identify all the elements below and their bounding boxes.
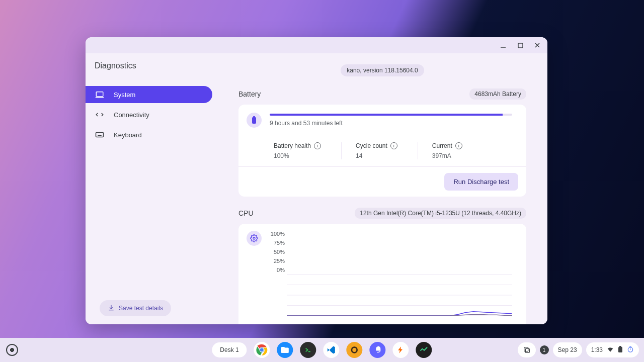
version-chip: kano, version 118.15604.0 — [341, 64, 424, 76]
battery-time-left: 9 hours and 53 minutes left — [270, 120, 512, 127]
current-value: 397mA — [432, 152, 462, 159]
cpu-chart: 100% 75% 50% 25% 0% — [270, 231, 512, 319]
terminal-icon[interactable] — [300, 342, 316, 358]
sidebar-item-connectivity[interactable]: Connectivity — [86, 106, 212, 123]
sidebar-item-keyboard[interactable]: Keyboard — [86, 126, 212, 143]
tray-date: Sep 23 — [558, 346, 577, 353]
app-icon-5[interactable] — [347, 342, 363, 358]
battery-section-header: Battery 4683mAh Battery — [238, 88, 526, 100]
svg-rect-6 — [96, 133, 104, 137]
laptop-icon — [95, 89, 105, 100]
svg-rect-31 — [619, 346, 621, 347]
svg-point-15 — [253, 237, 255, 239]
svg-rect-29 — [525, 348, 529, 352]
files-icon[interactable] — [277, 342, 293, 358]
cycle-count-label: Cycle count — [356, 142, 387, 149]
tray-status-button[interactable]: 1:33 — [586, 342, 639, 357]
cpu-icon — [247, 231, 262, 246]
app-icon-8[interactable] — [416, 342, 432, 358]
run-discharge-test-button[interactable]: Run Discharge test — [444, 173, 518, 191]
connectivity-icon — [95, 110, 105, 120]
svg-point-27 — [353, 348, 357, 352]
diagnostics-window: Diagnostics System Connectivity Keyboard — [86, 37, 547, 324]
info-icon[interactable]: i — [314, 142, 321, 149]
shelf-apps: Desk 1 — [212, 342, 432, 358]
sidebar-item-label: Keyboard — [114, 131, 142, 139]
y-tick: 25% — [270, 258, 285, 264]
battery-health-label: Battery health — [274, 142, 311, 149]
battery-capacity-chip: 4683mAh Battery — [469, 88, 526, 100]
sidebar: Diagnostics System Connectivity Keyboard — [86, 53, 217, 324]
cpu-section-header: CPU 12th Gen Intel(R) Core(TM) i5-1235U … — [238, 208, 526, 219]
svg-rect-14 — [253, 116, 255, 118]
svg-point-32 — [628, 347, 632, 351]
save-button-label: Save test details — [119, 305, 163, 312]
y-tick: 75% — [270, 240, 285, 246]
sidebar-item-system[interactable]: System — [86, 86, 212, 103]
save-test-details-button[interactable]: Save test details — [100, 300, 171, 316]
notification-badge[interactable]: 1 — [540, 345, 549, 354]
tray-date-button[interactable]: Sep 23 — [553, 342, 582, 357]
cpu-section-title: CPU — [238, 209, 254, 217]
svg-rect-30 — [618, 347, 622, 352]
svg-rect-13 — [252, 117, 256, 124]
svg-rect-1 — [518, 43, 523, 48]
keyboard-icon — [95, 130, 105, 140]
y-tick: 100% — [270, 231, 285, 237]
main-content: kano, version 118.15604.0 Battery 4683mA… — [217, 53, 547, 324]
cpu-chart-svg — [287, 273, 512, 317]
sidebar-item-label: System — [114, 91, 135, 99]
battery-charge-bar — [270, 114, 512, 116]
svg-rect-4 — [96, 92, 103, 97]
wifi-icon — [607, 346, 614, 354]
tray-tote-button[interactable] — [518, 342, 536, 357]
sidebar-item-label: Connectivity — [114, 111, 149, 119]
y-tick: 50% — [270, 249, 285, 255]
launcher-button[interactable] — [6, 344, 18, 356]
cycle-count-value: 14 — [356, 152, 397, 159]
current-label: Current — [432, 142, 452, 149]
svg-rect-28 — [524, 347, 528, 351]
page-title: Diagnostics — [86, 61, 217, 84]
download-icon — [108, 304, 115, 313]
shelf: Desk 1 1 Sep 23 — [0, 338, 644, 362]
window-minimize-button[interactable] — [498, 40, 508, 50]
system-tray: 1 Sep 23 1:33 — [518, 342, 639, 357]
battery-section-title: Battery — [238, 90, 261, 98]
battery-icon — [247, 113, 262, 128]
info-icon[interactable]: i — [390, 142, 397, 149]
chrome-icon[interactable] — [254, 342, 270, 358]
window-titlebar — [86, 37, 547, 53]
window-maximize-button[interactable] — [515, 40, 525, 50]
y-tick: 0% — [270, 267, 285, 273]
vscode-icon[interactable] — [324, 342, 340, 358]
desk-button[interactable]: Desk 1 — [212, 342, 247, 357]
timer-icon — [627, 346, 634, 354]
window-close-button[interactable] — [532, 40, 542, 50]
battery-card: 9 hours and 53 minutes left Battery heal… — [238, 105, 526, 197]
app-icon-7[interactable] — [393, 342, 409, 358]
desk-label: Desk 1 — [220, 346, 238, 353]
battery-status-icon — [618, 346, 623, 354]
info-icon[interactable]: i — [455, 142, 462, 149]
battery-health-value: 100% — [274, 152, 321, 159]
cpu-legend: User 5% System 1% — [238, 323, 526, 324]
cpu-card: 100% 75% 50% 25% 0% User — [238, 224, 526, 324]
notification-count: 1 — [543, 347, 546, 353]
tray-time: 1:33 — [591, 346, 603, 353]
cpu-model-chip: 12th Gen Intel(R) Core(TM) i5-1235U (12 … — [355, 208, 526, 219]
mastodon-icon[interactable] — [370, 342, 386, 358]
